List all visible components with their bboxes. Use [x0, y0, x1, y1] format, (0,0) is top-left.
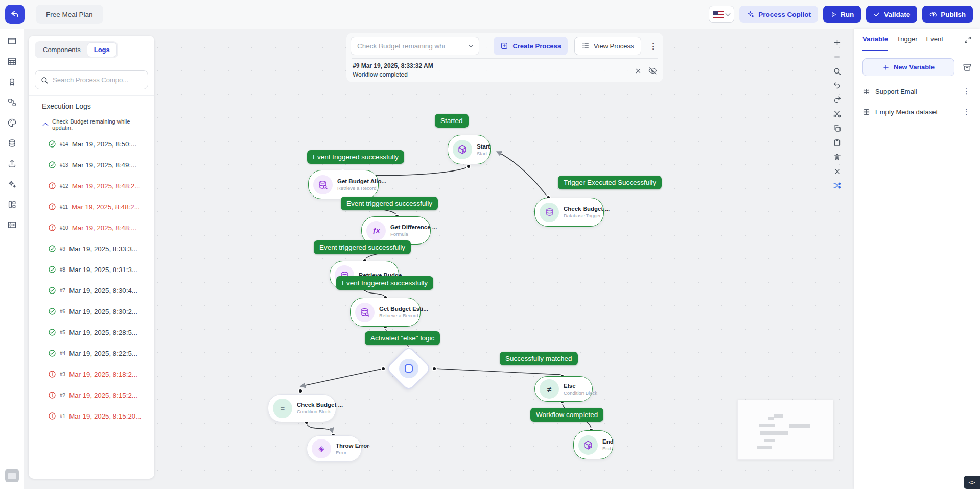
- node-check-budget-trigger[interactable]: Check Budget ... Database Trigger: [534, 198, 604, 227]
- log-entry-number: #10: [60, 225, 68, 231]
- log-entry[interactable]: #12 Mar 19, 2025, 8:48:2...: [48, 181, 154, 191]
- back-arrow-icon: [10, 9, 20, 19]
- run-button[interactable]: Run: [823, 6, 861, 23]
- hide-labels-eye-off-icon[interactable]: [648, 66, 657, 75]
- validate-button[interactable]: Validate: [866, 6, 917, 23]
- tab-variable[interactable]: Variable: [862, 29, 888, 51]
- variable-row[interactable]: Support Email ⋮: [854, 81, 980, 102]
- variable-row[interactable]: Empty Media dataset ⋮: [854, 102, 980, 122]
- node-get-budget-allocation[interactable]: Get Budget Allo... Retrieve a Record: [308, 170, 379, 199]
- success-check-icon: [48, 140, 56, 148]
- log-entry[interactable]: #7 Mar 19, 2025, 8:30:4...: [48, 285, 154, 296]
- variable-name: Support Email: [875, 88, 917, 95]
- log-entry[interactable]: #10 Mar 19, 2025, 8:48:...: [48, 223, 154, 233]
- paste-icon[interactable]: [832, 138, 842, 148]
- log-group-toggle[interactable]: Check Budget remaining while updatin.: [43, 118, 149, 131]
- database-icon[interactable]: [5, 136, 19, 151]
- log-entries-list: #14 Mar 19, 2025, 8:50:... #13 Mar 19, 2…: [29, 132, 154, 421]
- more-options-button[interactable]: ⋮: [647, 41, 659, 51]
- log-entry[interactable]: #6 Mar 19, 2025, 8:30:2...: [48, 306, 154, 316]
- view-process-button[interactable]: View Process: [574, 37, 641, 55]
- fx-icon: ƒx: [366, 221, 386, 240]
- node-else[interactable]: ≠ Else Condition Block: [534, 376, 593, 402]
- log-entry[interactable]: #5 Mar 19, 2025, 8:28:5...: [48, 327, 154, 337]
- node-start[interactable]: Start Start: [448, 135, 491, 164]
- node-subtitle: Formula: [390, 231, 437, 237]
- success-check-icon: [48, 286, 56, 295]
- top-bar: Free Meal Plan Process Copilot Run Valid…: [0, 0, 980, 29]
- log-entry-number: #8: [60, 267, 65, 273]
- status-label: Event triggered successfully: [307, 150, 404, 164]
- condition-icon: [399, 359, 418, 378]
- palette-icon[interactable]: [5, 115, 19, 130]
- log-entry[interactable]: #3 Mar 19, 2025, 8:18:2...: [48, 369, 154, 379]
- redo-icon[interactable]: [832, 95, 842, 105]
- node-end[interactable]: End End: [573, 430, 613, 459]
- upload-icon[interactable]: [5, 156, 19, 171]
- archive-icon[interactable]: [963, 63, 972, 72]
- run-notification: #9 Mar 19, 2025, 8:33:32 AM Workflow com…: [351, 59, 659, 78]
- create-process-button[interactable]: Create Process: [494, 37, 568, 55]
- back-button[interactable]: [5, 5, 25, 24]
- table-icon[interactable]: [5, 54, 19, 69]
- minimap[interactable]: [737, 400, 833, 460]
- window-icon[interactable]: [5, 34, 19, 48]
- new-variable-label: New Variable: [894, 63, 935, 71]
- log-entry-date: Mar 19, 2025, 8:15:20...: [69, 412, 141, 420]
- process-selector[interactable]: Check Budget remaining whi: [351, 37, 479, 55]
- language-select[interactable]: [709, 6, 734, 23]
- zoom-in-icon[interactable]: [832, 38, 842, 47]
- log-entry[interactable]: #2 Mar 19, 2025, 8:15:2...: [48, 390, 154, 400]
- tab-event[interactable]: Event: [926, 29, 943, 51]
- minimap-node: [760, 431, 788, 435]
- close-icon[interactable]: [832, 166, 842, 176]
- log-entry-date: Mar 19, 2025, 8:30:4...: [69, 287, 137, 295]
- log-entry[interactable]: #14 Mar 19, 2025, 8:50:...: [48, 139, 154, 149]
- node-throw-error[interactable]: ◈ Throw Error Error: [307, 435, 362, 462]
- node-subtitle: Retrieve a Record: [379, 313, 428, 319]
- log-entry[interactable]: #13 Mar 19, 2025, 8:49:...: [48, 160, 154, 170]
- db-search-icon: [313, 175, 333, 194]
- tab-logs[interactable]: Logs: [87, 43, 116, 57]
- node-get-budget-estimate[interactable]: Get Budget Esti... Retrieve a Record: [350, 298, 421, 327]
- execution-logs-title: Execution Logs: [42, 102, 147, 110]
- bricks-icon[interactable]: [5, 217, 19, 232]
- shuffle-icon[interactable]: [832, 181, 842, 190]
- cut-icon[interactable]: [832, 109, 842, 119]
- log-entry[interactable]: #4 Mar 19, 2025, 8:22:5...: [48, 348, 154, 358]
- log-entry[interactable]: #9 Mar 19, 2025, 8:33:3...: [48, 243, 154, 254]
- code-panel-toggle[interactable]: <>: [964, 476, 980, 489]
- tab-trigger[interactable]: Trigger: [897, 29, 918, 51]
- flow-icon[interactable]: [5, 95, 19, 110]
- widget-thumbnail[interactable]: [5, 469, 19, 482]
- log-entry[interactable]: #11 Mar 19, 2025, 8:48:2...: [48, 202, 154, 212]
- collapse-panel-icon[interactable]: [964, 36, 972, 44]
- delete-icon[interactable]: [832, 152, 842, 162]
- variable-options-kebab[interactable]: ⋮: [961, 87, 972, 96]
- log-entry-number: #6: [60, 309, 65, 314]
- node-title: Start: [477, 143, 490, 150]
- log-entry-number: #2: [60, 393, 65, 398]
- tab-components[interactable]: Components: [36, 43, 87, 57]
- close-notification-icon[interactable]: [635, 67, 642, 75]
- log-entry[interactable]: #1 Mar 19, 2025, 8:15:20...: [48, 411, 154, 421]
- variable-options-kebab[interactable]: ⋮: [961, 107, 972, 116]
- publish-button[interactable]: Publish: [922, 6, 973, 23]
- zoom-out-icon[interactable]: [832, 52, 842, 62]
- award-icon[interactable]: [5, 75, 19, 89]
- left-panel: ComponentsLogs Execution Logs Check Budg…: [29, 36, 154, 479]
- kanban-icon[interactable]: [5, 197, 19, 212]
- process-copilot-button[interactable]: Process Copilot: [739, 6, 818, 23]
- node-check-budget-condition[interactable]: = Check Budget ... Condition Block: [268, 394, 336, 422]
- search-icon[interactable]: [832, 66, 842, 76]
- publish-label: Publish: [941, 11, 966, 18]
- check-icon: [873, 11, 880, 18]
- database-icon: [540, 203, 559, 222]
- copy-icon[interactable]: [832, 124, 842, 133]
- undo-icon[interactable]: [832, 81, 842, 90]
- new-variable-button[interactable]: New Variable: [862, 58, 954, 76]
- node-title: Get Difference ...: [390, 224, 437, 230]
- log-entry[interactable]: #8 Mar 19, 2025, 8:31:3...: [48, 264, 154, 275]
- sparkles-icon[interactable]: [5, 177, 19, 191]
- search-input[interactable]: [53, 76, 143, 84]
